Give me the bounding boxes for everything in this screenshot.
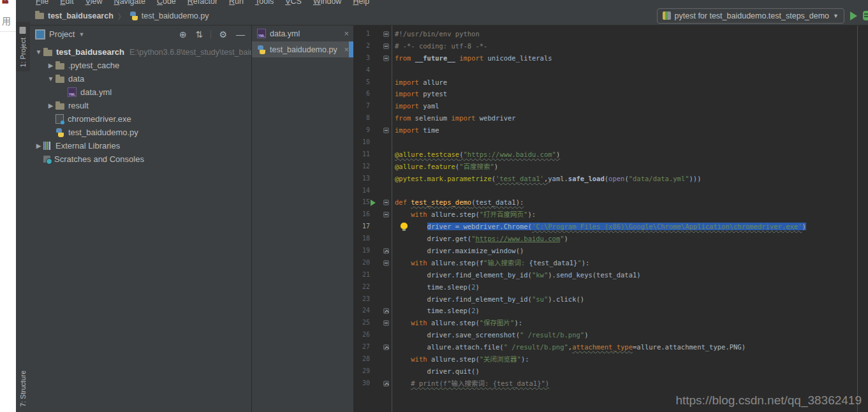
editor-line-19[interactable]: 19 driver.maximize_window(): [353, 245, 868, 257]
breadcrumb-file[interactable]: test_baidudemo.py: [142, 11, 209, 20]
editor-line-8[interactable]: 8from selenium import webdriver: [353, 112, 868, 124]
editor-line-23[interactable]: 23 driver.find_element_by_id("su").click…: [353, 293, 868, 305]
tree-collapsed-arrow-icon[interactable]: ▶: [46, 62, 55, 69]
gutter: 19: [353, 245, 392, 257]
editor-line-27[interactable]: 27 allure.attach.file(" /result/b.png",a…: [353, 341, 868, 353]
run-configuration-select[interactable]: pytest for test_baidudemo.test_steps_dem…: [657, 8, 844, 24]
editor-line-29[interactable]: 29 driver.quit(): [353, 365, 868, 378]
menu-item-run[interactable]: Run: [223, 0, 249, 6]
editor-line-17[interactable]: 17 driver = webdriver.Chrome('C:\Program…: [353, 221, 868, 233]
menu-item-view[interactable]: View: [80, 0, 108, 6]
code-text: from selenium import webdriver: [392, 112, 516, 124]
run-test-gutter-icon[interactable]: [371, 200, 376, 206]
editor-line-28[interactable]: 28 with allure.step("关闭浏览器"):: [353, 353, 868, 365]
editor-line-24[interactable]: 24 time.sleep(2): [353, 305, 868, 317]
code-editor[interactable]: 1#!/usr/bin/env python2# -*- coding: utf…: [353, 26, 868, 412]
editor-line-20[interactable]: 20 with allure.step(f"输入搜索词: {test_data1…: [353, 257, 868, 269]
editor-line-1[interactable]: 1#!/usr/bin/env python: [353, 28, 868, 40]
editor-line-5[interactable]: 5import allure: [353, 77, 868, 89]
editor-line-4[interactable]: 4: [353, 64, 868, 77]
tree-item-test-baidudemo-py[interactable]: test_baidudemo.py: [30, 126, 251, 139]
editor-line-14[interactable]: 14: [353, 185, 868, 197]
tree-item-result[interactable]: ▶result: [30, 99, 251, 112]
gutter: 18: [353, 233, 392, 245]
tree-item-data[interactable]: ▼data: [30, 72, 251, 85]
code-text: with allure.step("关闭浏览器"):: [392, 353, 529, 365]
fold-marker-icon[interactable]: [383, 31, 389, 37]
menu-item-file[interactable]: File: [30, 0, 54, 6]
tool-button-project[interactable]: 1: Project: [16, 22, 30, 71]
settings-gear-icon[interactable]: ⚙: [216, 30, 230, 39]
line-number: 17: [353, 221, 370, 233]
tab-test-baidudemo-py[interactable]: test_baidudemo.py×: [252, 41, 353, 57]
tree-expanded-arrow-icon[interactable]: ▼: [34, 48, 43, 55]
editor-line-6[interactable]: 6import pytest: [353, 88, 868, 100]
project-panel-title[interactable]: Project: [49, 29, 75, 39]
editor-line-12[interactable]: 12@allure.feature("百度搜索"): [353, 161, 868, 173]
menu-item-refactor[interactable]: Refactor: [182, 0, 223, 6]
run-button[interactable]: [850, 11, 857, 20]
fold-marker-icon[interactable]: [383, 43, 389, 49]
fold-marker-icon[interactable]: [383, 200, 389, 205]
editor-line-2[interactable]: 2# -*- coding: utf-8 -*-: [353, 40, 868, 52]
fold-marker-icon[interactable]: [383, 344, 389, 350]
editor-line-30[interactable]: 30 # print(f"输入搜索词: {test_data1}"): [353, 378, 868, 390]
tree-item-label: data.yml: [80, 87, 112, 97]
fold-marker-icon[interactable]: [383, 320, 389, 326]
collapse-all-icon[interactable]: ⇅: [193, 30, 206, 39]
fold-marker-icon[interactable]: [383, 212, 389, 217]
editor-line-10[interactable]: 10: [353, 136, 868, 149]
fold-marker-icon[interactable]: [383, 248, 389, 254]
fold-marker-icon[interactable]: [383, 381, 389, 386]
tab-data-yml[interactable]: data.yml×: [252, 26, 353, 41]
tree-item-scratches-and-consoles[interactable]: Scratches and Consoles: [30, 152, 251, 166]
menu-item-help[interactable]: Help: [347, 0, 375, 6]
gutter: 23: [353, 293, 392, 305]
menu-item-navigate[interactable]: Navigate: [108, 0, 151, 6]
tree-item-chromedriver-exe[interactable]: chromedriver.exe: [30, 112, 251, 126]
tree-item-test-baidusearch[interactable]: ▼test_baidusearchE:\python3.6.8\test_stu…: [30, 45, 251, 59]
locate-file-icon[interactable]: ⊕: [177, 30, 189, 39]
gutter: 8: [353, 112, 392, 124]
fold-marker-icon[interactable]: [383, 260, 389, 266]
tree-item-path: E:\python3.6.8\test_study\test_baid: [129, 48, 251, 57]
editor-line-18[interactable]: 18 driver.get("https://www.baidu.com"): [353, 233, 868, 245]
tree-collapsed-arrow-icon[interactable]: ▶: [46, 102, 55, 109]
gutter: 7: [353, 100, 392, 112]
menu-item-edit[interactable]: Edit: [54, 0, 80, 6]
gutter: 5: [353, 77, 392, 89]
tree-collapsed-arrow-icon[interactable]: ▶: [34, 142, 43, 149]
editor-line-15[interactable]: 15def test_steps_demo(test_data1):: [353, 196, 868, 209]
line-number: 13: [353, 173, 370, 185]
fold-marker-icon[interactable]: [383, 308, 389, 314]
editor-line-3[interactable]: 3from __future__ import unicode_literals: [353, 52, 868, 64]
tree-item-external-libraries[interactable]: ▶External Libraries: [30, 139, 251, 152]
debug-button[interactable]: [863, 11, 868, 20]
editor-line-25[interactable]: 25 with allure.step("保存图片"):: [353, 317, 868, 329]
tree-item--pytest-cache[interactable]: ▶.pytest_cache: [30, 59, 251, 72]
editor-line-9[interactable]: 9import time: [353, 124, 868, 136]
editor-line-21[interactable]: 21 driver.find_element_by_id("kw").send_…: [353, 269, 868, 281]
code-text: driver = webdriver.Chrome('C:\Program Fi…: [392, 221, 806, 233]
editor-line-11[interactable]: 11@allure.testcase("https://www.baidu.co…: [353, 149, 868, 161]
menu-item-window[interactable]: Window: [307, 0, 347, 6]
code-text: @pytest.mark.parametrize('test_data1',ya…: [392, 173, 702, 185]
editor-line-26[interactable]: 26 driver.save_screenshot(" /result/b.pn…: [353, 329, 868, 341]
editor-line-16[interactable]: 16 with allure.step("打开百度网页"):: [353, 209, 868, 221]
hide-panel-icon[interactable]: —: [233, 30, 247, 39]
fold-marker-icon[interactable]: [383, 55, 389, 61]
fold-marker-icon[interactable]: [383, 128, 389, 133]
editor-line-7[interactable]: 7import yaml: [353, 100, 868, 112]
editor-line-22[interactable]: 22 time.sleep(2): [353, 281, 868, 293]
tree-expanded-arrow-icon[interactable]: ▼: [46, 75, 55, 82]
close-icon[interactable]: ×: [342, 29, 351, 38]
breadcrumb-project[interactable]: test_baidusearch: [48, 11, 114, 20]
menu-item-tools[interactable]: Tools: [249, 0, 279, 6]
intention-lightbulb-icon[interactable]: [401, 223, 408, 229]
chevron-down-icon[interactable]: ▼: [78, 31, 84, 38]
tree-item-data-yml[interactable]: data.yml: [30, 85, 251, 99]
editor-line-13[interactable]: 13@pytest.mark.parametrize('test_data1',…: [353, 173, 868, 185]
tool-button-structure[interactable]: 7: Structure: [16, 367, 30, 411]
menu-item-code[interactable]: Code: [151, 0, 182, 6]
menu-item-vcs[interactable]: VCS: [279, 0, 307, 6]
